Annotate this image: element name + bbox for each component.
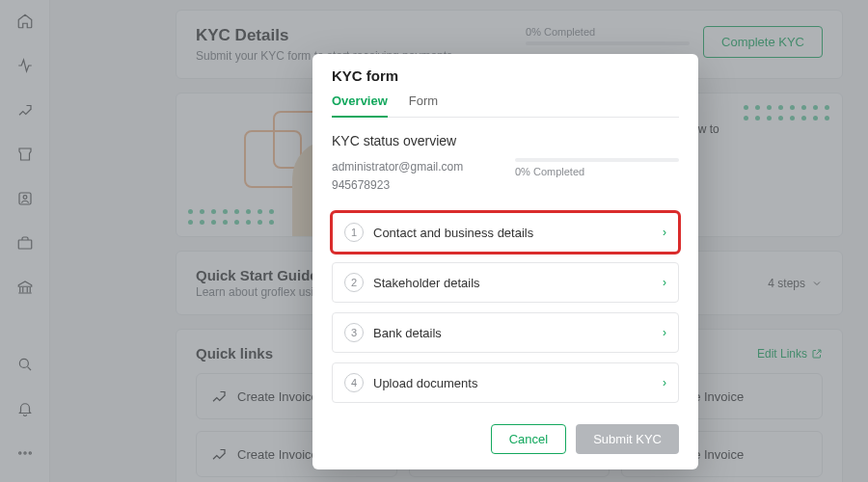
tab-overview[interactable]: Overview <box>332 94 388 118</box>
modal-actions: Cancel Submit KYC <box>332 424 679 454</box>
submit-kyc-button[interactable]: Submit KYC <box>576 424 679 454</box>
modal-tabs: Overview Form <box>332 94 679 118</box>
account-info: administrator@gmail.com 945678923 <box>332 158 496 195</box>
step-contact-business[interactable]: 1 Contact and business details › <box>332 212 679 253</box>
status-overview-title: KYC status overview <box>332 133 679 148</box>
step-documents[interactable]: 4 Upload documents › <box>332 362 679 403</box>
step-stakeholder[interactable]: 2 Stakeholder details › <box>332 262 679 303</box>
step-number: 3 <box>344 323 364 342</box>
kyc-form-modal: KYC form Overview Form KYC status overvi… <box>312 54 698 469</box>
kyc-step-list: 1 Contact and business details › 2 Stake… <box>332 212 679 403</box>
cancel-button[interactable]: Cancel <box>491 424 566 454</box>
chevron-right-icon: › <box>663 326 666 339</box>
step-number: 4 <box>344 373 364 392</box>
step-label: Upload documents <box>373 376 653 390</box>
tab-form[interactable]: Form <box>409 94 438 117</box>
chevron-right-icon: › <box>663 276 666 289</box>
step-label: Stakeholder details <box>373 276 653 290</box>
chevron-right-icon: › <box>663 376 666 389</box>
modal-title: KYC form <box>332 67 679 84</box>
step-label: Contact and business details <box>373 226 653 240</box>
modal-progress-label: 0% Completed <box>515 166 584 177</box>
step-number: 1 <box>344 223 364 242</box>
chevron-right-icon: › <box>663 226 666 239</box>
modal-progress: 0% Completed <box>515 158 679 195</box>
modal-progress-bar <box>515 158 679 162</box>
step-bank[interactable]: 3 Bank details › <box>332 312 679 353</box>
account-phone: 945678923 <box>332 176 496 195</box>
step-number: 2 <box>344 273 364 292</box>
account-email: administrator@gmail.com <box>332 158 496 176</box>
step-label: Bank details <box>373 326 653 340</box>
